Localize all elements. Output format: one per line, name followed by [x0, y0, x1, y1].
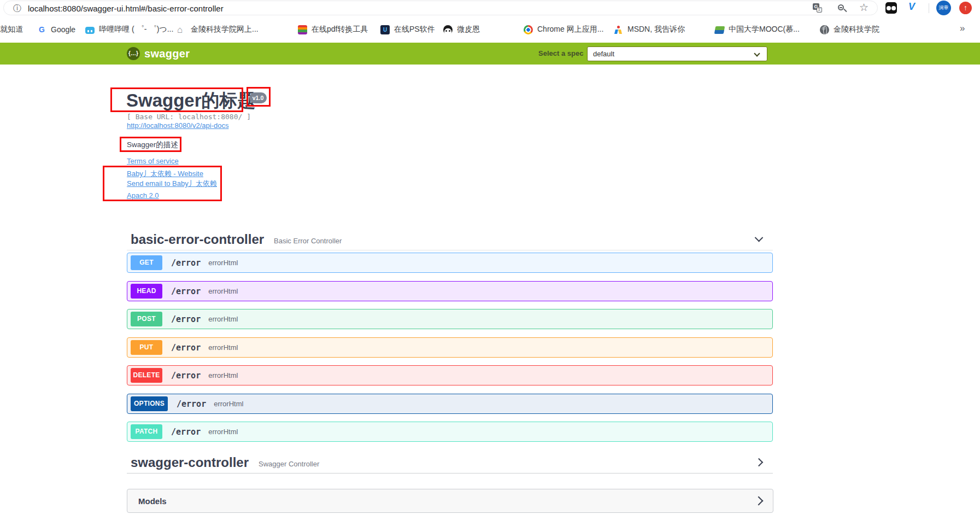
operation-name: errorHtml — [214, 400, 243, 408]
http-method-badge: DELETE — [131, 368, 162, 383]
bookmark-item[interactable]: U 在线PS软件 — [380, 24, 435, 35]
bookmark-label: 在线pdf转换工具 — [312, 25, 368, 34]
operation-path: /error — [171, 287, 201, 296]
bookmark-item[interactable]: ⌂ 金陵科技学院网上... — [177, 24, 259, 35]
base-url: [ Base URL: localhost:8080/ ] — [127, 113, 251, 121]
operation-path: /error — [171, 258, 201, 268]
bilibili-icon — [85, 27, 95, 34]
contact-email-link[interactable]: Send email to Baby丿太依赖 — [127, 179, 217, 189]
bookmark-item[interactable]: 微皮恩 — [443, 24, 480, 35]
home-icon: ⌂ — [177, 25, 186, 34]
bookmark-label: 金陵科技学院网上... — [191, 25, 259, 34]
http-method-badge: GET — [131, 255, 162, 270]
bookmark-label: 在线PS软件 — [394, 25, 435, 34]
msdn-icon — [614, 25, 623, 34]
bookmark-item[interactable]: 在线pdf转换工具 — [298, 24, 368, 35]
operation-row-put[interactable]: PUT /error errorHtml — [127, 337, 773, 358]
operation-path: /error — [171, 427, 201, 437]
select-spec-label: Select a spec — [538, 43, 583, 65]
contact-website-link[interactable]: Baby丿太依赖 - Website — [127, 169, 203, 179]
operation-row-delete[interactable]: DELETE /error errorHtml — [127, 365, 773, 385]
bookmark-item[interactable]: G Google — [37, 24, 75, 35]
operation-name: errorHtml — [208, 428, 238, 436]
profile-avatar[interactable]: 润章 — [936, 1, 951, 15]
swagger-logo[interactable]: {…} swagger — [127, 47, 190, 60]
api-description: Swagger的描述 — [127, 140, 178, 150]
operation-name: errorHtml — [208, 287, 238, 295]
version-badge: v1.0 — [249, 92, 267, 103]
bookmark-star-icon[interactable]: ☆ — [859, 1, 868, 14]
operation-row-patch[interactable]: PATCH /error errorHtml — [127, 422, 773, 442]
google-icon: G — [37, 25, 46, 34]
translate-icon[interactable]: G 文 — [813, 3, 822, 13]
bookmark-item[interactable]: 你就知道 — [0, 24, 23, 35]
chrome-store-icon — [524, 25, 533, 34]
page-info-icon[interactable]: ⓘ — [13, 3, 21, 14]
section-description: Swagger Controller — [259, 460, 319, 468]
update-icon[interactable]: ↑ — [959, 2, 972, 14]
operation-path: /error — [171, 371, 201, 381]
bookmark-label: 你就知道 — [0, 25, 23, 34]
operation-row-options[interactable]: OPTIONS /error errorHtml — [127, 394, 773, 414]
models-title: Models — [138, 496, 167, 506]
bookmarks-bar: 你就知道 G Google 哔哩哔哩 ( ゜- ゜)つ... ⌂ 金陵科技学院网… — [0, 16, 980, 43]
bookmark-item[interactable]: Chrome 网上应用... — [524, 24, 603, 35]
terms-of-service-link[interactable]: Terms of service — [127, 157, 179, 165]
api-docs-link[interactable]: http://localhost:8080/v2/api-docs — [127, 121, 228, 130]
bookmark-item[interactable]: 金陵科技学院 — [820, 24, 879, 35]
translate-wen: 文 — [817, 7, 822, 13]
address-bar[interactable]: ⓘ localhost:8080/swagger-ui.html#/basic-… — [3, 1, 878, 15]
section-swagger-controller[interactable]: swagger-controller Swagger Controller — [127, 452, 773, 474]
operation-name: errorHtml — [208, 315, 238, 323]
bookmark-item[interactable]: 中国大学MOOC(慕... — [715, 24, 800, 35]
bookmark-item[interactable]: 哔哩哔哩 ( ゜- ゜)つ... — [85, 24, 173, 35]
operation-row-post[interactable]: POST /error errorHtml — [127, 309, 773, 329]
page-title: Swagger的标题 — [126, 89, 256, 113]
operation-path: /error — [171, 314, 201, 324]
models-panel[interactable]: Models — [127, 489, 773, 513]
v-extension-icon[interactable]: V — [908, 1, 915, 13]
mooc-icon — [714, 26, 725, 34]
http-method-badge: HEAD — [131, 284, 162, 299]
swagger-brand-text: swagger — [144, 48, 190, 60]
chevron-right-icon[interactable] — [754, 496, 764, 506]
bookmarks-overflow-chevron[interactable]: » — [960, 23, 965, 34]
bookmark-label: 中国大学MOOC(慕... — [729, 25, 800, 34]
ps-icon: U — [380, 25, 390, 34]
http-method-badge: PUT — [131, 340, 162, 355]
operation-row-get[interactable]: GET /error errorHtml — [127, 253, 773, 273]
extension-icon[interactable] — [885, 2, 897, 14]
operation-name: errorHtml — [208, 259, 238, 267]
toolbar-divider — [929, 3, 929, 13]
operation-name: errorHtml — [208, 343, 238, 352]
pdf-tool-icon — [298, 25, 307, 34]
bookmark-item[interactable]: MSDN, 我告诉你 — [614, 24, 685, 35]
globe-icon — [820, 25, 829, 34]
operation-path: /error — [177, 399, 206, 409]
operation-row-head[interactable]: HEAD /error errorHtml — [127, 281, 773, 301]
http-method-badge: PATCH — [131, 424, 162, 439]
bookmark-label: 哔哩哔哩 ( ゜- ゜)つ... — [99, 25, 173, 34]
http-method-badge: POST — [131, 312, 162, 326]
spec-select[interactable]: default — [587, 46, 767, 61]
license-link[interactable]: Apach 2.0 — [127, 191, 159, 200]
zoom-icon[interactable] — [838, 4, 844, 10]
operation-path: /error — [171, 343, 201, 353]
section-name: basic-error-controller — [131, 232, 264, 247]
bookmark-label: 金陵科技学院 — [834, 25, 879, 34]
bookmark-label: 微皮恩 — [457, 25, 480, 34]
section-name: swagger-controller — [131, 455, 249, 470]
chevron-right-icon[interactable] — [755, 458, 764, 467]
http-method-badge: OPTIONS — [131, 396, 168, 411]
chevron-down-icon[interactable] — [755, 233, 764, 242]
swagger-topbar: {…} swagger Select a spec default — [0, 43, 980, 65]
section-description: Basic Error Controller — [274, 237, 342, 245]
panda-icon — [443, 25, 453, 34]
bookmark-label: MSDN, 我告诉你 — [627, 25, 685, 34]
swagger-logo-icon: {…} — [127, 47, 140, 60]
url-text: localhost:8080/swagger-ui.html#/basic-er… — [28, 1, 224, 16]
bookmark-label: Google — [51, 25, 75, 34]
operation-name: errorHtml — [208, 371, 238, 379]
browser-toolbar: ⓘ localhost:8080/swagger-ui.html#/basic-… — [0, 0, 980, 16]
section-basic-error-controller[interactable]: basic-error-controller Basic Error Contr… — [127, 229, 773, 250]
